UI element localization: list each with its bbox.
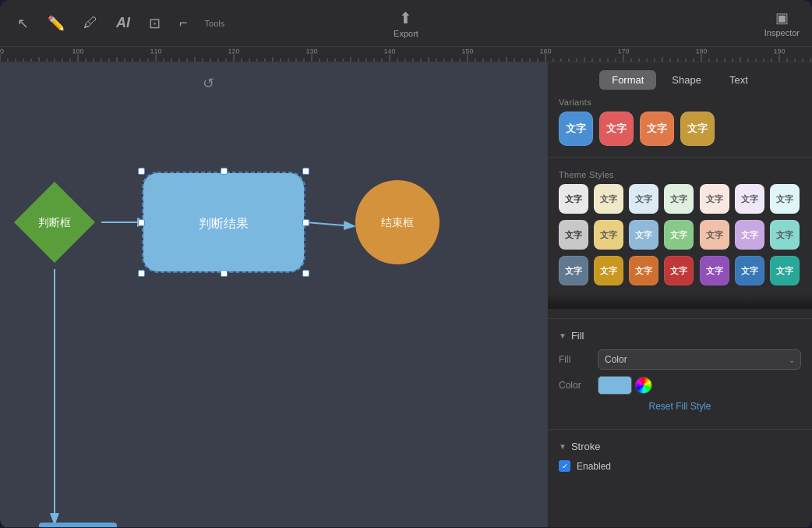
stroke-enabled-label: Enabled	[577, 461, 611, 472]
enabled-row: ✓ Enabled	[559, 460, 801, 472]
color-wheel-button[interactable]	[635, 377, 652, 394]
color-swatch-button[interactable]	[598, 376, 632, 395]
stroke-header: ▼ Stroke	[559, 441, 801, 452]
theme-swatch-r2-4[interactable]: 文字	[700, 220, 729, 250]
fill-type-select-wrapper: Color Gradient Image None ⌄	[598, 349, 801, 370]
handle-tm[interactable]	[221, 168, 228, 175]
fill-type-label: Fill	[559, 354, 598, 365]
export-icon[interactable]: ⬆	[399, 9, 412, 27]
color-label: Color	[559, 380, 598, 391]
theme-swatch-r2-6[interactable]: 文字	[770, 220, 800, 250]
pencil-tool-icon[interactable]: 🖊	[79, 12, 102, 34]
divider-1	[548, 157, 812, 158]
divider-2	[548, 318, 812, 319]
tab-format[interactable]: Format	[599, 70, 656, 90]
inspector-label: Inspector	[764, 28, 800, 37]
shape-tool-icon[interactable]: ⊡	[144, 12, 165, 35]
handle-tr[interactable]	[302, 168, 309, 175]
color-row: Color	[559, 376, 801, 395]
stroke-section: ▼ Stroke ✓ Enabled	[548, 434, 812, 478]
theme-swatch-r2-3[interactable]: 文字	[664, 220, 694, 250]
arrows-layer	[0, 62, 547, 527]
fill-type-row: Fill Color Gradient Image None ⌄	[559, 349, 801, 370]
theme-swatch-r3-1[interactable]: 文字	[594, 256, 623, 285]
diamond-label: 判断框	[38, 216, 71, 229]
circle-shape[interactable]: 结束框	[351, 175, 444, 269]
ruler	[0, 47, 812, 62]
roundrect-shape[interactable]: 判断结果	[142, 172, 305, 273]
theme-swatch-r1-5[interactable]: 文字	[735, 184, 764, 214]
inspector-icon: ▣	[775, 9, 789, 27]
connector-tool-icon[interactable]: ⌐	[175, 12, 192, 34]
fill-section: ▼ Fill Fill Color Gradient Image None ⌄ …	[548, 324, 812, 424]
theme-swatch-r3-4[interactable]: 文字	[700, 256, 729, 285]
theme-styles-label: Theme Styles	[548, 162, 812, 184]
diamond-shape[interactable]: 判断框	[8, 175, 101, 269]
circle-label: 结束框	[381, 216, 414, 229]
bottom-rect-shape[interactable]: 判断结果	[39, 523, 117, 527]
stroke-chevron-icon[interactable]: ▼	[559, 442, 567, 451]
handle-bl[interactable]	[138, 270, 145, 277]
fill-chevron-icon[interactable]: ▼	[559, 331, 567, 340]
select-tool-icon[interactable]: ↖	[12, 12, 34, 35]
pen-tool-icon[interactable]: ✏️	[43, 12, 69, 35]
variants-grid: 文字 文字 文字 文字	[548, 112, 812, 152]
theme-swatch-r2-5[interactable]: 文字	[735, 220, 764, 250]
theme-swatch-r2-1[interactable]: 文字	[594, 220, 623, 250]
main-area: ↺ 判断框	[0, 62, 812, 527]
handle-br[interactable]	[302, 270, 309, 277]
theme-swatch-r1-1[interactable]: 文字	[594, 184, 623, 214]
theme-swatch-r3-5[interactable]: 文字	[735, 256, 764, 285]
tools-group: ↖ ✏️ 🖊 AI ⊡ ⌐ Tools	[12, 12, 764, 35]
theme-swatch-r2-2[interactable]: 文字	[629, 220, 658, 250]
theme-swatch-r3-0[interactable]: 文字	[559, 256, 588, 285]
theme-grid-row1: 文字 文字 文字 文字 文字 文字 文字	[548, 184, 812, 220]
variant-swatch-0[interactable]: 文字	[559, 112, 593, 146]
stroke-section-label: Stroke	[571, 441, 601, 452]
reset-fill-link[interactable]: Reset Fill Style	[559, 401, 801, 412]
checkmark-icon: ✓	[562, 462, 568, 470]
canvas-area[interactable]: ↺ 判断框	[0, 62, 547, 527]
theme-grid-row2: 文字 文字 文字 文字 文字 文字 文字	[548, 220, 812, 256]
ruler-canvas	[0, 47, 812, 62]
variants-label: Variants	[548, 90, 812, 112]
variant-swatch-2[interactable]: 文字	[640, 112, 674, 146]
theme-swatch-r1-3[interactable]: 文字	[664, 184, 694, 214]
inspector-panel: Format Shape Text Variants 文字 文字 文字 文字 T…	[547, 62, 812, 527]
theme-swatch-r1-2[interactable]: 文字	[629, 184, 658, 214]
undo-icon[interactable]: ↺	[203, 75, 214, 92]
theme-swatch-r1-4[interactable]: 文字	[700, 184, 729, 214]
toolbar: ↖ ✏️ 🖊 AI ⊡ ⌐ Tools ⬆ Export ▣ Inspector	[0, 0, 812, 47]
divider-3	[548, 429, 812, 430]
theme-grid-row3: 文字 文字 文字 文字 文字 文字 文字	[548, 256, 812, 292]
handle-tl[interactable]	[138, 168, 145, 175]
tab-text[interactable]: Text	[717, 70, 761, 90]
theme-swatch-r2-0[interactable]: 文字	[559, 220, 588, 250]
handle-ml[interactable]	[138, 219, 145, 226]
fill-type-select[interactable]: Color Gradient Image None	[598, 349, 801, 370]
handle-mr[interactable]	[302, 219, 309, 226]
inspector-button[interactable]: ▣ Inspector	[764, 9, 800, 37]
fill-header: ▼ Fill	[559, 330, 801, 342]
theme-swatch-r3-2[interactable]: 文字	[629, 256, 658, 285]
tab-bar: Format Shape Text	[548, 62, 812, 90]
inspector-group: ▣ Inspector	[764, 9, 800, 37]
theme-swatch-r1-0[interactable]: 文字	[559, 184, 588, 214]
stroke-enabled-checkbox[interactable]: ✓	[559, 460, 570, 472]
variant-swatch-3[interactable]: 文字	[680, 112, 715, 146]
variant-swatch-1[interactable]: 文字	[599, 112, 634, 146]
theme-swatch-r3-3[interactable]: 文字	[664, 256, 694, 285]
theme-swatch-r1-6[interactable]: 文字	[770, 184, 800, 214]
text-tool-icon[interactable]: AI	[111, 12, 135, 34]
svg-line-1	[305, 222, 353, 226]
roundrect-label: 判断结果	[199, 217, 249, 230]
more-indicator	[548, 292, 812, 314]
theme-swatch-r3-6[interactable]: 文字	[770, 256, 800, 285]
export-group: ⬆ Export	[394, 9, 418, 38]
handle-bm[interactable]	[221, 270, 228, 277]
tools-label: Tools	[205, 19, 225, 28]
tab-shape[interactable]: Shape	[659, 70, 714, 90]
export-label: Export	[394, 29, 418, 38]
fill-section-label: Fill	[571, 330, 584, 342]
